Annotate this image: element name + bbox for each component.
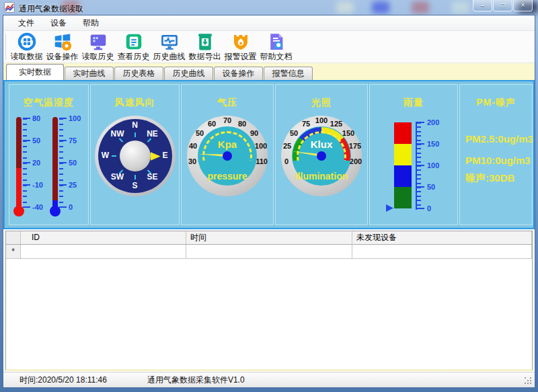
close-button[interactable]: ×	[513, 0, 533, 11]
panel-title: 气压	[182, 97, 273, 109]
menu-item-help[interactable]: 帮助	[75, 15, 107, 31]
temperature-thermometer: 80 50 20 -10 -40	[15, 117, 46, 225]
panel-title: PM-噪声	[460, 97, 532, 109]
maximize-button[interactable]: □	[493, 0, 512, 11]
humidity-thermometer: 100 75 50 25 0	[51, 117, 82, 225]
panel-title: 光照	[276, 97, 367, 109]
compass-tick	[134, 132, 136, 137]
window-controls: – □ ×	[472, 0, 533, 11]
gauge-hub	[317, 151, 326, 161]
rain-segment-yellow	[394, 144, 412, 165]
illumination-gauge: 0 25 50 75 100 125 150 175 200 Klux	[281, 116, 362, 196]
row-selector-header	[6, 231, 21, 244]
history-curve-button[interactable]: 历史曲线	[151, 32, 187, 63]
device-gear-icon	[52, 32, 73, 52]
direction-label-se: SE	[145, 172, 161, 182]
scale-label: 200	[427, 118, 439, 126]
tab-realtime-curve[interactable]: 实时曲线	[65, 67, 114, 80]
data-export-button[interactable]: 数据导出	[187, 32, 223, 63]
column-header-time[interactable]: 时间	[186, 231, 352, 244]
toolbar-label: 查看历史	[118, 51, 150, 63]
device-grid[interactable]: ID 时间 未发现设备 *	[6, 231, 532, 259]
column-header-device-status[interactable]: 未发现设备	[352, 231, 532, 244]
alarm-shield-icon	[231, 32, 251, 52]
scale-label: 20	[32, 159, 40, 167]
pressure-gauge: 30 40 50 60 70 80 90 100 110 Kpa pressur…	[187, 116, 268, 196]
statusbar: 时间:2020/5/20 18:11:46 通用气象数据采集软件V1.0	[3, 372, 535, 387]
gauge-unit: Kpa	[187, 139, 268, 150]
panel-rain: 雨量 200 150 100 50	[369, 84, 458, 225]
menubar: 文件 设备 帮助	[3, 15, 535, 31]
gauge-scale-label: 60	[204, 120, 220, 128]
scale-label: -40	[32, 203, 43, 211]
rain-scale: 200 150 100 50 0	[416, 122, 456, 208]
refresh-data-icon	[17, 32, 37, 52]
minimize-button[interactable]: –	[473, 0, 492, 11]
rain-gauge: 200 150 100 50 0	[394, 122, 459, 217]
rain-segment-green	[394, 187, 412, 208]
tab-history-curve[interactable]: 历史曲线	[164, 67, 213, 80]
scale-label: 50	[69, 159, 77, 167]
rain-level-pointer	[386, 204, 393, 212]
device-table-page: ID 时间 未发现设备 *	[5, 231, 533, 371]
noise-value: 噪声:30DB	[465, 172, 514, 185]
cell-time[interactable]	[186, 245, 352, 259]
direction-label-s: S	[127, 181, 143, 190]
tab-history-table[interactable]: 历史表格	[114, 67, 163, 80]
cell-id[interactable]	[21, 245, 186, 259]
rain-segment-blue	[394, 165, 412, 187]
glass-blur-decoration	[336, 1, 354, 13]
resize-grip[interactable]	[525, 377, 533, 385]
direction-label-ne: NE	[145, 129, 161, 139]
toolbar-label: 历史曲线	[153, 51, 186, 63]
tab-alarm-info[interactable]: 报警信息	[264, 67, 313, 80]
grid-header-row: ID 时间 未发现设备	[6, 231, 532, 245]
gauge-caption: Illumination	[281, 171, 362, 182]
toolbar-label: 读取历史	[82, 51, 114, 63]
toolbar-label: 报警设置	[225, 51, 257, 63]
tab-device-operation[interactable]: 设备操作	[214, 67, 263, 80]
scale-label: 0	[69, 203, 73, 211]
table-row[interactable]: *	[6, 245, 532, 259]
toolbar-label: 帮助文档	[260, 51, 293, 63]
scale-label: 80	[32, 114, 40, 122]
panel-illumination: 光照 0 25 50 75 100 125 150 175 200 Kl	[275, 84, 368, 225]
scale-label: 0	[427, 204, 431, 212]
read-data-button[interactable]: 读取数据	[9, 32, 44, 63]
menu-item-file[interactable]: 文件	[10, 15, 42, 31]
direction-label-nw: NW	[110, 129, 126, 139]
rain-color-bar	[394, 122, 412, 208]
realtime-dashboard: 空气温湿度 80 50 20 -10 -40	[3, 80, 535, 229]
cell-device[interactable]	[352, 245, 532, 259]
column-header-id[interactable]: ID	[21, 231, 186, 244]
monitor-curve-icon	[159, 32, 180, 52]
toolbar: 读取数据 设备操作	[3, 31, 535, 63]
device-operation-button[interactable]: 设备操作	[44, 32, 80, 63]
status-app-name: 通用气象数据采集软件V1.0	[147, 375, 245, 386]
tab-realtime-data[interactable]: 实时数据	[6, 64, 64, 80]
glass-blur-decoration	[412, 1, 429, 13]
gauge-caption: pressure	[187, 171, 268, 182]
alarm-settings-button[interactable]: 报警设置	[223, 32, 258, 63]
menu-item-device[interactable]: 设备	[42, 15, 75, 31]
help-doc-icon	[266, 32, 286, 52]
rain-segment-red	[394, 122, 412, 144]
direction-label-sw: SW	[110, 172, 126, 182]
app-window: 通用气象数据读取 – □ × 文件 设备 帮助	[0, 0, 538, 392]
panel-pressure: 气压 30 40 50 60 70 80 90 100 110 Kpa	[181, 84, 274, 225]
pm10-value: PM10:0ug/m3	[465, 155, 531, 166]
help-document-button[interactable]: 帮助文档	[258, 32, 294, 63]
scale-label: -10	[32, 181, 43, 189]
gauge-scale-label: 70	[219, 116, 235, 124]
toolbar-label: 设备操作	[46, 51, 79, 63]
toolbar-label: 读取数据	[11, 51, 43, 63]
read-history-button[interactable]: 读取历史	[80, 32, 116, 63]
compass-tick	[134, 175, 136, 180]
tabstrip: 实时数据 实时曲线 历史表格 历史曲线 设备操作 报警信息	[3, 63, 535, 80]
temperature-scale: 80 50 20 -10 -40	[23, 118, 46, 207]
titlebar[interactable]: 通用气象数据读取 – □ ×	[0, 0, 538, 15]
document-view-icon	[124, 32, 144, 52]
panel-pm-noise: PM-噪声 PM2.5:0ug/m3 PM10:0ug/m3 噪声:30DB	[459, 84, 533, 225]
scale-label: 50	[427, 183, 435, 191]
view-history-button[interactable]: 查看历史	[116, 32, 151, 63]
